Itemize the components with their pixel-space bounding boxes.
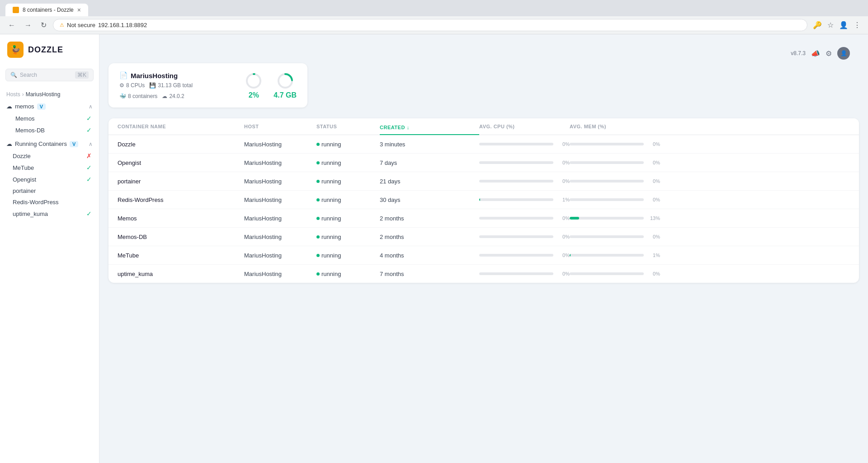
logo-icon: 🦆 — [7, 42, 24, 58]
back-button[interactable]: ← — [5, 19, 18, 31]
table-row[interactable]: Memos-DB MariusHosting running 2 months … — [108, 228, 859, 246]
logo-text: DOZZLE — [28, 45, 63, 55]
bookmark-icon[interactable]: ☆ — [826, 19, 835, 31]
container-status: running — [316, 252, 380, 259]
user-avatar[interactable]: 👤 — [837, 47, 850, 60]
container-cpu: 0% — [479, 271, 570, 276]
nav-group-memos-header[interactable]: ☁ memos V ∧ — [0, 100, 99, 112]
container-status: running — [316, 270, 380, 277]
mem-metric-value: 4.7 GB — [274, 91, 297, 99]
memos-status-icon: ✓ — [85, 115, 93, 122]
sidebar-item-portainer[interactable]: portainer — [0, 185, 99, 196]
sidebar-item-memos[interactable]: Memos ✓ — [0, 112, 99, 124]
cpu-icon: ⚙ — [119, 82, 124, 89]
cpu-donut-chart — [245, 72, 263, 90]
containers-table: CONTAINER NAME HOST STATUS CREATED ↓ AVG… — [108, 118, 859, 283]
host-card-doc-icon: 📄 — [119, 71, 128, 80]
memos-group-badge: V — [37, 103, 46, 110]
docker-icon: ☁ — [162, 93, 167, 99]
app-container: 🦆 DOZZLE 🔍 Search ⌘K Hosts › MariusHosti… — [0, 34, 868, 463]
browser-toolbar: ← → ↻ ⚠ Not secure 192.168.1.18:8892 🔑 ☆… — [0, 16, 868, 34]
mem-donut-chart — [276, 72, 294, 90]
container-cpu: 1% — [479, 197, 570, 202]
table-row[interactable]: Opengist MariusHosting running 7 days 0%… — [108, 154, 859, 172]
host-card: 📄 MariusHosting ⚙ 8 CPUs 💾 31.13 GB tota… — [108, 63, 307, 108]
metube-status-icon: ✓ — [85, 164, 93, 171]
sort-arrow-icon: ↓ — [407, 125, 410, 130]
container-name: Opengist — [118, 159, 244, 166]
col-header-created[interactable]: CREATED ↓ — [380, 124, 479, 135]
address-bar[interactable]: ⚠ Not secure 192.168.1.18:8892 — [53, 19, 807, 31]
container-name: Memos-DB — [118, 234, 244, 240]
tab-favicon — [13, 7, 19, 13]
host-card-memory: 💾 31.13 GB total — [149, 82, 193, 89]
sidebar-item-dozzle[interactable]: Dozzle ✗ — [0, 150, 99, 162]
host-card-title: 📄 MariusHosting — [119, 71, 234, 80]
container-status: running — [316, 233, 380, 240]
table-row[interactable]: uptime_kuma MariusHosting running 7 mont… — [108, 265, 859, 283]
col-header-status: STATUS — [316, 124, 380, 129]
browser-tab[interactable]: 8 containers - Dozzle × — [5, 4, 88, 16]
memos-db-status-icon: ✓ — [85, 126, 93, 134]
container-cpu: 0% — [479, 141, 570, 147]
sidebar-item-redis-wordpress[interactable]: Redis-WordPress — [0, 196, 99, 208]
running-group-icon: ☁ — [6, 140, 12, 147]
table-header: CONTAINER NAME HOST STATUS CREATED ↓ AVG… — [108, 118, 859, 135]
container-host: MariusHosting — [244, 141, 316, 148]
container-status: running — [316, 215, 380, 222]
table-row[interactable]: MeTube MariusHosting running 4 months 0%… — [108, 246, 859, 265]
search-box[interactable]: 🔍 Search ⌘K — [5, 69, 94, 81]
sidebar-item-memos-db[interactable]: Memos-DB ✓ — [0, 124, 99, 136]
container-name: MeTube — [118, 252, 244, 259]
menu-icon[interactable]: ⋮ — [852, 19, 863, 31]
breadcrumb-active: MariusHosting — [26, 91, 61, 98]
container-host: MariusHosting — [244, 178, 316, 185]
key-icon[interactable]: 🔑 — [811, 19, 824, 31]
uptime-kuma-label: uptime_kuma — [13, 210, 48, 217]
table-row[interactable]: Memos MariusHosting running 2 months 0% … — [108, 209, 859, 228]
container-mem: 0% — [570, 178, 660, 184]
security-warning-text: Not secure — [67, 22, 95, 28]
container-name: uptime_kuma — [118, 271, 244, 277]
container-mem: 0% — [570, 234, 660, 239]
settings-icon[interactable]: ⚙ — [826, 49, 832, 58]
container-created: 3 minutes — [380, 141, 479, 148]
col-header-name: CONTAINER NAME — [118, 124, 244, 129]
container-created: 2 months — [380, 215, 479, 222]
table-row[interactable]: Redis-WordPress MariusHosting running 30… — [108, 191, 859, 209]
refresh-button[interactable]: ↻ — [38, 19, 49, 31]
notification-icon[interactable]: 📣 — [811, 49, 820, 58]
memory-icon: 💾 — [149, 82, 156, 89]
sidebar-nav: Hosts › MariusHosting ☁ memos V ∧ Memos … — [0, 85, 99, 463]
container-mem: 1% — [570, 253, 660, 258]
hosts-link[interactable]: Hosts — [6, 91, 20, 98]
container-mem: 0% — [570, 141, 660, 147]
sidebar-item-metube[interactable]: MeTube ✓ — [0, 162, 99, 173]
forward-button[interactable]: → — [22, 19, 34, 31]
host-card-meta: ⚙ 8 CPUs 💾 31.13 GB total 🐳 8 containers… — [119, 82, 234, 99]
dozzle-status-icon: ✗ — [85, 152, 93, 159]
container-name: Dozzle — [118, 141, 244, 148]
container-name: Memos — [118, 215, 244, 222]
profile-icon[interactable]: 👤 — [837, 19, 850, 31]
container-status: running — [316, 178, 380, 185]
cpu-metric: 2% — [245, 72, 263, 99]
container-cpu: 0% — [479, 234, 570, 239]
cpu-metric-value: 2% — [245, 91, 263, 99]
sidebar-item-uptime-kuma[interactable]: uptime_kuma ✓ — [0, 208, 99, 220]
memos-group-icon: ☁ — [6, 103, 12, 110]
container-cpu: 0% — [479, 215, 570, 221]
tab-close-button[interactable]: × — [77, 6, 81, 14]
dozzle-label: Dozzle — [13, 153, 31, 159]
container-name: portainer — [118, 178, 244, 185]
container-host: MariusHosting — [244, 215, 316, 222]
sidebar-item-opengist[interactable]: Opengist ✓ — [0, 173, 99, 185]
table-row[interactable]: Dozzle MariusHosting running 3 minutes 0… — [108, 135, 859, 154]
container-host: MariusHosting — [244, 252, 316, 259]
nav-group-running-header[interactable]: ☁ Running Containers V ∧ — [0, 138, 99, 150]
opengist-status-icon: ✓ — [85, 176, 93, 183]
table-row[interactable]: portainer MariusHosting running 21 days … — [108, 172, 859, 191]
main-content: v8.7.3 📣 ⚙ 👤 📄 MariusHosting ⚙ 8 CPUs — [99, 34, 868, 463]
host-card-cpus: ⚙ 8 CPUs — [119, 82, 145, 89]
container-host: MariusHosting — [244, 159, 316, 166]
